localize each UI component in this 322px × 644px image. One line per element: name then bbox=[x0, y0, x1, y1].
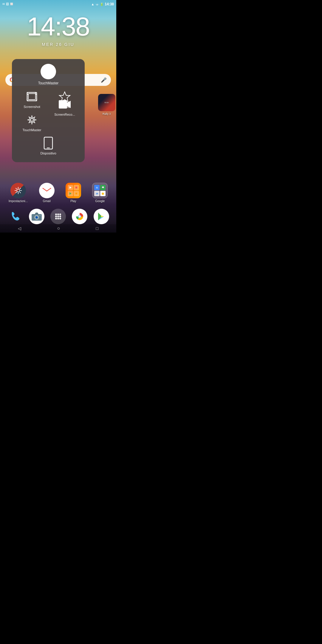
touchmaster-popup: TouchMaster Screenshot Favorito bbox=[12, 59, 85, 162]
impostazioni-app[interactable]: Impostazioni... bbox=[9, 183, 28, 203]
svg-marker-8 bbox=[67, 101, 71, 108]
popup-touchmaster-item[interactable]: TouchMaster bbox=[16, 111, 48, 134]
svg-marker-13 bbox=[69, 192, 72, 195]
phone-dock-item[interactable] bbox=[7, 209, 23, 224]
play-label: Play bbox=[70, 199, 76, 203]
svg-point-22 bbox=[57, 213, 59, 215]
gmail-status-icon: ✉ bbox=[2, 3, 5, 6]
svg-rect-7 bbox=[59, 100, 67, 109]
svg-rect-5 bbox=[44, 137, 52, 149]
screenshot-label: Screenshot bbox=[24, 105, 40, 109]
dispositivo-label: Dispositivo bbox=[40, 151, 56, 155]
popup-dispositivo-item[interactable]: Dispositivo bbox=[39, 134, 57, 157]
clock-status: 14:38 bbox=[105, 2, 114, 6]
camera-dock-item[interactable] bbox=[29, 209, 44, 224]
nav-bar: ◁ ○ □ bbox=[0, 224, 116, 233]
impostazioni-label: Impostazioni... bbox=[9, 199, 28, 203]
apps-dock-item[interactable] bbox=[50, 209, 66, 224]
recents-button[interactable]: □ bbox=[96, 226, 98, 231]
svg-rect-20 bbox=[39, 215, 41, 216]
clock-container: 14:38 MER 26 GIU bbox=[0, 13, 116, 47]
svg-point-25 bbox=[57, 216, 59, 217]
popup-screenreco-item[interactable]: ScreenReco... bbox=[48, 95, 81, 119]
chrome-dock-item[interactable] bbox=[72, 209, 87, 224]
google-app[interactable]: G 💬 26 Google bbox=[92, 183, 108, 203]
svg-point-9 bbox=[17, 189, 20, 192]
battery-icon: 🔋 bbox=[100, 3, 103, 6]
gmail-icon bbox=[39, 183, 55, 198]
gmail-app[interactable]: Gmail bbox=[39, 183, 55, 203]
gear-icon bbox=[25, 113, 38, 126]
status-bar: ✉ 🖼 ⬜ ▲ ▲ 🔋 14:38 bbox=[0, 0, 116, 8]
svg-point-23 bbox=[59, 213, 61, 215]
play-folder-icon bbox=[66, 183, 81, 198]
playstore-dock-item[interactable] bbox=[94, 209, 109, 224]
svg-point-3 bbox=[30, 118, 33, 121]
svg-point-26 bbox=[59, 216, 61, 217]
svg-rect-12 bbox=[75, 187, 77, 188]
status-right: ▲ ▲ 🔋 14:38 bbox=[91, 2, 114, 6]
wifi-icon: ▲ bbox=[91, 2, 95, 6]
photo-status-icon: 🖼 bbox=[6, 3, 9, 6]
clock-date: MER 26 GIU bbox=[42, 42, 74, 47]
clock-time: 14:38 bbox=[27, 13, 89, 40]
svg-point-14 bbox=[75, 193, 77, 194]
status-left: ✉ 🖼 ⬜ bbox=[2, 3, 13, 6]
svg-point-19 bbox=[37, 216, 38, 217]
signal-icon: ▲ bbox=[95, 2, 99, 6]
screenshot-status-icon: ⬜ bbox=[10, 3, 13, 5]
impostazioni-icon bbox=[10, 183, 26, 198]
rally3-app[interactable]: RUSH Rally 3 bbox=[97, 94, 116, 115]
home-button[interactable]: ○ bbox=[57, 226, 60, 231]
app-row: Impostazioni... Gmail bbox=[0, 183, 116, 203]
google-label: Google bbox=[95, 199, 105, 203]
video-icon bbox=[58, 98, 71, 111]
screenreco-label: ScreenReco... bbox=[54, 113, 75, 116]
svg-marker-11 bbox=[69, 186, 72, 189]
svg-rect-1 bbox=[28, 94, 35, 100]
rally3-icon: RUSH bbox=[98, 94, 115, 111]
device-icon bbox=[42, 137, 55, 150]
play-app[interactable]: Play bbox=[66, 183, 81, 203]
back-button[interactable]: ◁ bbox=[18, 226, 21, 231]
popup-center[interactable]: TouchMaster bbox=[16, 64, 81, 85]
svg-point-27 bbox=[55, 218, 57, 219]
touchmaster-center-label: TouchMaster bbox=[38, 81, 59, 85]
svg-point-4 bbox=[29, 117, 35, 123]
touchmaster-circle-button[interactable] bbox=[41, 64, 56, 79]
svg-point-18 bbox=[36, 217, 37, 218]
mic-icon[interactable]: 🎤 bbox=[101, 77, 107, 83]
dock bbox=[0, 209, 116, 224]
gmail-label: Gmail bbox=[43, 199, 50, 203]
google-folder-icon: G 💬 26 bbox=[92, 183, 108, 198]
svg-point-29 bbox=[59, 218, 61, 219]
screenshot-icon bbox=[25, 90, 38, 103]
svg-point-31 bbox=[78, 215, 81, 218]
popup-screenshot-item[interactable]: Screenshot bbox=[16, 88, 48, 111]
svg-point-28 bbox=[57, 218, 59, 219]
svg-point-21 bbox=[55, 213, 57, 215]
rally3-label: Rally 3 bbox=[103, 112, 111, 115]
touchmaster-settings-label: TouchMaster bbox=[23, 128, 41, 132]
svg-point-24 bbox=[55, 216, 57, 217]
